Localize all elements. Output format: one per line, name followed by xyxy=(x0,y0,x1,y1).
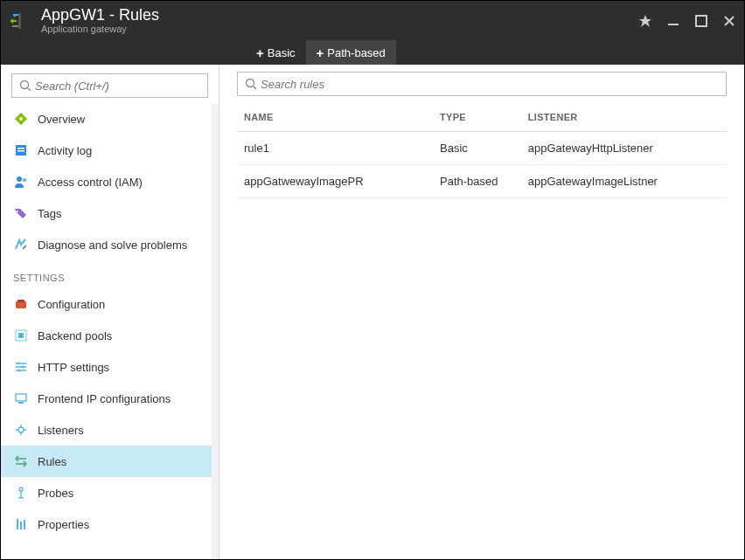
cell-listener: appGatewayHttpListener xyxy=(521,132,727,165)
svg-rect-13 xyxy=(17,300,24,302)
cell-name: rule1 xyxy=(237,132,433,165)
frontend-ip-icon xyxy=(13,391,29,406)
pin-icon[interactable] xyxy=(639,15,651,27)
svg-rect-2 xyxy=(696,16,707,26)
rules-search-input[interactable] xyxy=(259,77,721,92)
column-header-name[interactable]: NAME xyxy=(237,103,433,132)
sidebar-item-rules[interactable]: Rules xyxy=(1,446,219,477)
maximize-icon[interactable] xyxy=(695,15,707,27)
minimize-icon[interactable] xyxy=(667,15,679,27)
sidebar-item-label: Tags xyxy=(38,207,61,220)
cell-name: appGatwewayImagePR xyxy=(237,165,433,198)
diagnose-icon xyxy=(13,237,29,252)
configuration-icon xyxy=(13,296,29,312)
sidebar-item-frontend-ip[interactable]: Frontend IP configurations xyxy=(1,383,219,414)
svg-rect-12 xyxy=(16,301,26,308)
svg-rect-34 xyxy=(17,519,18,529)
sidebar-item-label: Overview xyxy=(38,113,85,126)
tags-icon xyxy=(13,205,29,221)
svg-line-4 xyxy=(28,88,31,92)
sidebar-item-diagnose[interactable]: Diagnose and solve problems xyxy=(1,229,219,260)
sidebar-item-label: Rules xyxy=(38,455,66,468)
probes-icon xyxy=(13,485,29,501)
page-title: AppGW1 - Rules xyxy=(41,7,159,24)
rules-icon xyxy=(13,453,29,469)
table-row[interactable]: appGatwewayImagePR Path-based appGateway… xyxy=(237,165,727,198)
page-subtitle: Application gateway xyxy=(41,24,159,34)
main-content: NAME TYPE LISTENER rule1 Basic appGatewa… xyxy=(219,65,744,559)
sidebar-item-tags[interactable]: Tags xyxy=(1,197,219,229)
appgw-icon xyxy=(10,10,32,32)
column-header-type[interactable]: TYPE xyxy=(433,103,521,132)
http-settings-icon xyxy=(13,359,29,375)
properties-icon xyxy=(13,516,29,532)
activity-log-icon xyxy=(13,142,29,158)
rules-table: NAME TYPE LISTENER rule1 Basic appGatewa… xyxy=(237,103,727,198)
sidebar-item-label: HTTP settings xyxy=(38,361,109,374)
window-header: AppGW1 - Rules Application gateway xyxy=(1,1,744,40)
close-icon[interactable] xyxy=(723,15,735,27)
sidebar-search-input[interactable] xyxy=(33,79,202,93)
search-icon xyxy=(243,76,259,92)
svg-rect-7 xyxy=(17,148,24,149)
sidebar-item-label: Configuration xyxy=(38,298,105,311)
search-icon xyxy=(17,78,33,93)
svg-point-9 xyxy=(17,176,22,182)
svg-point-11 xyxy=(17,211,18,212)
sidebar-item-label: Activity log xyxy=(38,144,92,157)
svg-rect-35 xyxy=(20,522,22,529)
svg-rect-1 xyxy=(668,24,679,25)
sidebar-item-configuration[interactable]: Configuration xyxy=(1,288,219,320)
svg-line-38 xyxy=(254,86,257,90)
sidebar-item-label: Probes xyxy=(38,487,73,500)
sidebar-item-http-settings[interactable]: HTTP settings xyxy=(1,351,219,383)
svg-point-10 xyxy=(23,178,26,182)
table-row[interactable]: rule1 Basic appGatewayHttpListener xyxy=(237,132,727,165)
plus-icon: + xyxy=(256,45,264,60)
svg-point-19 xyxy=(17,363,20,365)
command-bar: + Basic + Path-based xyxy=(1,40,744,65)
sidebar-item-properties[interactable]: Properties xyxy=(1,508,219,540)
listeners-icon xyxy=(13,422,29,438)
sidebar-item-probes[interactable]: Probes xyxy=(1,477,219,508)
svg-point-24 xyxy=(18,427,24,432)
svg-point-20 xyxy=(22,366,24,369)
svg-rect-22 xyxy=(16,394,26,401)
svg-rect-36 xyxy=(24,520,25,529)
sidebar-item-overview[interactable]: Overview xyxy=(1,103,219,135)
svg-point-31 xyxy=(19,487,23,491)
sidebar-item-activity-log[interactable]: Activity log xyxy=(1,135,219,166)
sidebar-item-label: Backend pools xyxy=(38,329,112,342)
sidebar-item-label: Listeners xyxy=(38,424,84,437)
cell-listener: appGatewayImageListner xyxy=(521,165,727,198)
plus-icon: + xyxy=(317,45,324,60)
sidebar-item-label: Diagnose and solve problems xyxy=(38,239,187,252)
svg-rect-8 xyxy=(17,150,24,152)
cell-type: Path-based xyxy=(433,165,521,198)
svg-rect-15 xyxy=(18,333,24,338)
sidebar-item-backend-pools[interactable]: Backend pools xyxy=(1,320,219,351)
sidebar-item-label: Frontend IP configurations xyxy=(38,392,171,405)
cell-type: Basic xyxy=(433,132,521,165)
svg-point-5 xyxy=(19,117,23,121)
svg-point-3 xyxy=(21,81,29,89)
overview-icon xyxy=(13,111,29,127)
sidebar-search[interactable] xyxy=(11,73,208,98)
sidebar-item-iam[interactable]: Access control (IAM) xyxy=(1,166,219,197)
add-path-based-button[interactable]: + Path-based xyxy=(306,40,396,65)
svg-rect-0 xyxy=(18,13,21,29)
add-basic-label: Basic xyxy=(268,46,296,59)
add-basic-button[interactable]: + Basic xyxy=(246,40,306,65)
svg-point-37 xyxy=(247,80,254,87)
sidebar-item-label: Properties xyxy=(38,518,89,531)
svg-rect-23 xyxy=(18,402,24,404)
column-header-listener[interactable]: LISTENER xyxy=(521,103,727,132)
sidebar-scrollbar[interactable] xyxy=(212,104,219,559)
sidebar-heading-settings: SETTINGS xyxy=(1,260,219,288)
rules-search[interactable] xyxy=(237,72,727,96)
svg-point-21 xyxy=(18,370,21,372)
sidebar-item-label: Access control (IAM) xyxy=(38,176,143,189)
sidebar: Overview Activity log Access control (IA… xyxy=(1,65,219,559)
sidebar-item-listeners[interactable]: Listeners xyxy=(1,414,219,446)
backend-pools-icon xyxy=(13,328,29,343)
